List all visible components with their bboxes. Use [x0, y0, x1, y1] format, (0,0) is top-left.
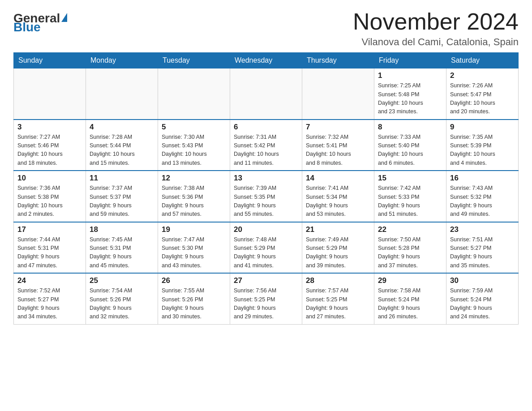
calendar-cell: 5Sunrise: 7:30 AM Sunset: 5:43 PM Daylig… [158, 120, 230, 171]
calendar-cell: 21Sunrise: 7:49 AM Sunset: 5:29 PM Dayli… [302, 222, 374, 274]
day-info: Sunrise: 7:25 AM Sunset: 5:48 PM Dayligh… [378, 81, 442, 116]
calendar-cell [302, 68, 374, 120]
day-number: 30 [450, 276, 515, 285]
calendar-cell: 1Sunrise: 7:25 AM Sunset: 5:48 PM Daylig… [374, 68, 446, 120]
calendar-cell: 8Sunrise: 7:33 AM Sunset: 5:40 PM Daylig… [374, 120, 446, 171]
calendar-header-saturday: Saturday [446, 53, 519, 68]
header: General Blue November 2024 Vilanova del … [13, 9, 519, 48]
day-number: 21 [306, 225, 370, 234]
day-number: 12 [162, 174, 226, 183]
calendar-cell: 9Sunrise: 7:35 AM Sunset: 5:39 PM Daylig… [446, 120, 519, 171]
calendar-cell: 10Sunrise: 7:36 AM Sunset: 5:38 PM Dayli… [14, 171, 86, 222]
calendar-week-row: 3Sunrise: 7:27 AM Sunset: 5:46 PM Daylig… [14, 120, 519, 171]
calendar-cell: 28Sunrise: 7:57 AM Sunset: 5:25 PM Dayli… [302, 273, 374, 324]
calendar-cell: 11Sunrise: 7:37 AM Sunset: 5:37 PM Dayli… [86, 171, 158, 222]
day-info: Sunrise: 7:37 AM Sunset: 5:37 PM Dayligh… [90, 184, 154, 219]
day-number: 2 [450, 71, 515, 80]
day-number: 20 [234, 225, 298, 234]
day-number: 9 [450, 123, 515, 132]
day-info: Sunrise: 7:28 AM Sunset: 5:44 PM Dayligh… [90, 133, 154, 168]
day-number: 15 [378, 174, 442, 183]
title-area: November 2024 Vilanova del Cami, Catalon… [353, 9, 519, 48]
day-number: 22 [378, 225, 442, 234]
day-info: Sunrise: 7:49 AM Sunset: 5:29 PM Dayligh… [306, 235, 370, 270]
calendar-cell: 14Sunrise: 7:41 AM Sunset: 5:34 PM Dayli… [302, 171, 374, 222]
calendar-week-row: 10Sunrise: 7:36 AM Sunset: 5:38 PM Dayli… [14, 171, 519, 222]
day-info: Sunrise: 7:55 AM Sunset: 5:26 PM Dayligh… [162, 287, 226, 321]
day-info: Sunrise: 7:54 AM Sunset: 5:26 PM Dayligh… [90, 287, 154, 321]
calendar-cell: 29Sunrise: 7:58 AM Sunset: 5:24 PM Dayli… [374, 273, 446, 324]
day-info: Sunrise: 7:45 AM Sunset: 5:31 PM Dayligh… [90, 235, 154, 270]
calendar-cell: 24Sunrise: 7:52 AM Sunset: 5:27 PM Dayli… [14, 273, 86, 324]
calendar-header-monday: Monday [86, 53, 158, 68]
day-info: Sunrise: 7:59 AM Sunset: 5:24 PM Dayligh… [450, 287, 515, 321]
calendar-header-sunday: Sunday [14, 53, 86, 68]
calendar-cell: 30Sunrise: 7:59 AM Sunset: 5:24 PM Dayli… [446, 273, 519, 324]
calendar-cell: 15Sunrise: 7:42 AM Sunset: 5:33 PM Dayli… [374, 171, 446, 222]
day-info: Sunrise: 7:51 AM Sunset: 5:27 PM Dayligh… [450, 235, 515, 270]
calendar-cell: 20Sunrise: 7:48 AM Sunset: 5:29 PM Dayli… [230, 222, 302, 274]
calendar-cell: 17Sunrise: 7:44 AM Sunset: 5:31 PM Dayli… [14, 222, 86, 274]
calendar-cell: 23Sunrise: 7:51 AM Sunset: 5:27 PM Dayli… [446, 222, 519, 274]
logo: General Blue [13, 9, 67, 34]
day-info: Sunrise: 7:38 AM Sunset: 5:36 PM Dayligh… [162, 184, 226, 219]
day-number: 14 [306, 174, 370, 183]
day-info: Sunrise: 7:33 AM Sunset: 5:40 PM Dayligh… [378, 133, 442, 168]
calendar-cell: 6Sunrise: 7:31 AM Sunset: 5:42 PM Daylig… [230, 120, 302, 171]
day-number: 28 [306, 276, 370, 285]
calendar-cell: 27Sunrise: 7:56 AM Sunset: 5:25 PM Dayli… [230, 273, 302, 324]
day-number: 27 [234, 276, 298, 285]
calendar-cell [158, 68, 230, 120]
day-info: Sunrise: 7:50 AM Sunset: 5:28 PM Dayligh… [378, 235, 442, 270]
logo-triangle-icon [61, 13, 67, 22]
day-number: 6 [234, 123, 298, 132]
day-info: Sunrise: 7:41 AM Sunset: 5:34 PM Dayligh… [306, 184, 370, 219]
day-number: 18 [90, 225, 154, 234]
day-number: 3 [17, 123, 82, 132]
calendar-cell: 3Sunrise: 7:27 AM Sunset: 5:46 PM Daylig… [14, 120, 86, 171]
day-number: 23 [450, 225, 515, 234]
calendar-header-row: SundayMondayTuesdayWednesdayThursdayFrid… [14, 53, 519, 68]
day-number: 5 [162, 123, 226, 132]
calendar-cell: 26Sunrise: 7:55 AM Sunset: 5:26 PM Dayli… [158, 273, 230, 324]
logo-blue: Blue [13, 20, 41, 34]
calendar-header-tuesday: Tuesday [158, 53, 230, 68]
calendar-cell: 2Sunrise: 7:26 AM Sunset: 5:47 PM Daylig… [446, 68, 519, 120]
day-number: 4 [90, 123, 154, 132]
day-info: Sunrise: 7:43 AM Sunset: 5:32 PM Dayligh… [450, 184, 515, 219]
day-info: Sunrise: 7:56 AM Sunset: 5:25 PM Dayligh… [234, 287, 298, 321]
day-info: Sunrise: 7:48 AM Sunset: 5:29 PM Dayligh… [234, 235, 298, 270]
day-number: 26 [162, 276, 226, 285]
calendar-cell [86, 68, 158, 120]
day-number: 25 [90, 276, 154, 285]
day-info: Sunrise: 7:44 AM Sunset: 5:31 PM Dayligh… [17, 235, 82, 270]
month-title: November 2024 [353, 9, 519, 34]
day-info: Sunrise: 7:39 AM Sunset: 5:35 PM Dayligh… [234, 184, 298, 219]
day-info: Sunrise: 7:36 AM Sunset: 5:38 PM Dayligh… [17, 184, 82, 219]
day-number: 24 [17, 276, 82, 285]
calendar-cell: 18Sunrise: 7:45 AM Sunset: 5:31 PM Dayli… [86, 222, 158, 274]
day-number: 16 [450, 174, 515, 183]
day-number: 10 [17, 174, 82, 183]
calendar-cell: 12Sunrise: 7:38 AM Sunset: 5:36 PM Dayli… [158, 171, 230, 222]
day-info: Sunrise: 7:57 AM Sunset: 5:25 PM Dayligh… [306, 287, 370, 321]
calendar-week-row: 24Sunrise: 7:52 AM Sunset: 5:27 PM Dayli… [14, 273, 519, 324]
day-info: Sunrise: 7:42 AM Sunset: 5:33 PM Dayligh… [378, 184, 442, 219]
calendar-cell: 16Sunrise: 7:43 AM Sunset: 5:32 PM Dayli… [446, 171, 519, 222]
day-number: 17 [17, 225, 82, 234]
calendar-header-thursday: Thursday [302, 53, 374, 68]
day-number: 8 [378, 123, 442, 132]
day-number: 11 [90, 174, 154, 183]
day-number: 19 [162, 225, 226, 234]
calendar-table: SundayMondayTuesdayWednesdayThursdayFrid… [13, 52, 519, 325]
location-title: Vilanova del Cami, Catalonia, Spain [353, 36, 519, 48]
day-info: Sunrise: 7:52 AM Sunset: 5:27 PM Dayligh… [17, 287, 82, 321]
day-number: 29 [378, 276, 442, 285]
calendar-cell: 4Sunrise: 7:28 AM Sunset: 5:44 PM Daylig… [86, 120, 158, 171]
calendar-cell: 19Sunrise: 7:47 AM Sunset: 5:30 PM Dayli… [158, 222, 230, 274]
calendar-cell: 25Sunrise: 7:54 AM Sunset: 5:26 PM Dayli… [86, 273, 158, 324]
day-info: Sunrise: 7:31 AM Sunset: 5:42 PM Dayligh… [234, 133, 298, 168]
day-info: Sunrise: 7:35 AM Sunset: 5:39 PM Dayligh… [450, 133, 515, 168]
calendar-cell: 7Sunrise: 7:32 AM Sunset: 5:41 PM Daylig… [302, 120, 374, 171]
calendar-week-row: 1Sunrise: 7:25 AM Sunset: 5:48 PM Daylig… [14, 68, 519, 120]
